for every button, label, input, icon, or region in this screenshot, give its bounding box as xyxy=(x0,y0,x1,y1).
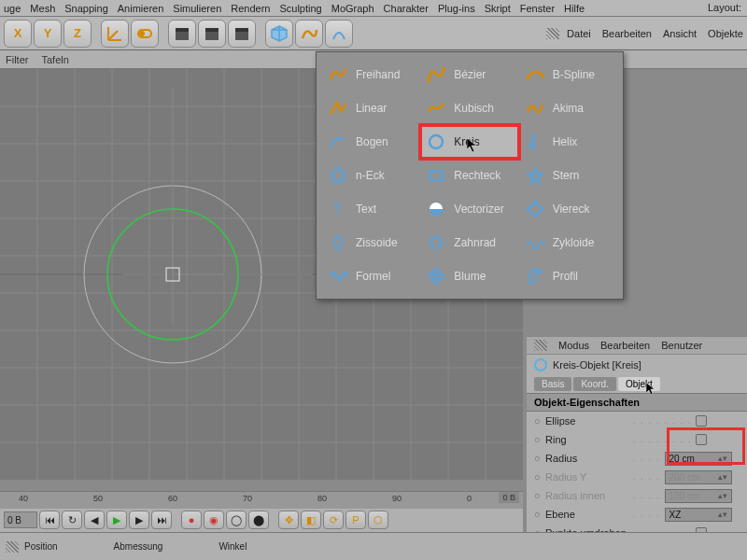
spline-item-cubic[interactable]: Kubisch xyxy=(420,91,518,125)
spline-item-akima[interactable]: Akima xyxy=(519,91,617,125)
spline-item-text[interactable]: TText xyxy=(322,192,420,226)
tab-basis[interactable]: Basis xyxy=(534,377,571,391)
panel-menu-item[interactable]: Objekte xyxy=(708,28,743,39)
menu-item[interactable]: Hilfe xyxy=(564,3,585,14)
svg-point-39 xyxy=(427,78,430,82)
key-button[interactable]: ◉ xyxy=(204,511,224,529)
timeline-ruler[interactable]: 40 50 60 70 80 90 0 0 B xyxy=(0,492,523,509)
attr-menu-item[interactable]: Modus xyxy=(558,340,589,351)
axis-x-button[interactable]: X xyxy=(4,20,32,48)
spline-item-polygon[interactable]: n-Eck xyxy=(322,159,420,192)
grip-icon[interactable] xyxy=(534,340,547,351)
spline-item-linear[interactable]: Linear xyxy=(322,91,420,125)
loop-button[interactable]: ↻ xyxy=(62,511,82,529)
autokey-button[interactable]: ◯ xyxy=(226,511,247,529)
attr-header: Modus Bearbeiten Benutzer xyxy=(527,336,747,355)
spline-item-circle[interactable]: Kreis xyxy=(420,125,518,159)
value-field[interactable]: 20 cm▴▾ xyxy=(665,452,732,466)
spline-item-quad[interactable]: Viereck xyxy=(519,192,617,226)
next-frame-button[interactable]: ▶ xyxy=(129,511,149,529)
toggle-button[interactable] xyxy=(131,20,159,48)
tab-objekt[interactable]: Objekt xyxy=(618,377,660,391)
goto-start-button[interactable]: ⏮ xyxy=(39,511,60,529)
spline-item-label: n-Eck xyxy=(356,169,385,182)
value-field[interactable]: 200 cm▴▾ xyxy=(665,470,732,484)
menu-item[interactable]: Skript xyxy=(485,3,511,14)
clapper2-icon[interactable] xyxy=(198,20,226,48)
coord-button[interactable] xyxy=(101,20,129,48)
grip-icon xyxy=(546,28,559,39)
cissoid-icon xyxy=(328,232,348,253)
spline-item-gear[interactable]: Zahnrad xyxy=(420,226,518,259)
menu-item[interactable]: Sculpting xyxy=(279,3,321,14)
record-button[interactable]: ● xyxy=(181,511,202,529)
cube-primitive-button[interactable] xyxy=(265,20,293,48)
spline-item-bezier[interactable]: Bézier xyxy=(420,58,518,91)
attr-tabs: Basis Koord. Objekt xyxy=(527,375,747,393)
subbar-item[interactable]: Filter xyxy=(6,54,28,65)
menu-item[interactable]: Charakter xyxy=(384,3,429,14)
menu-item[interactable]: Animieren xyxy=(118,3,164,14)
checkbox[interactable] xyxy=(696,434,707,445)
key-opts-button[interactable]: ⬤ xyxy=(248,511,269,529)
prev-frame-button[interactable]: ◀ xyxy=(84,511,105,529)
menu-item[interactable]: Simulieren xyxy=(173,3,221,14)
panel-menu-item[interactable]: Datei xyxy=(567,28,591,39)
checkbox[interactable] xyxy=(696,415,707,427)
spline-button[interactable] xyxy=(295,20,323,48)
spline-item-cissoid[interactable]: Zissoide xyxy=(322,226,420,259)
circle-icon xyxy=(534,358,547,371)
value-field[interactable]: XZ▴▾ xyxy=(665,508,732,522)
clapper1-icon[interactable] xyxy=(168,20,196,48)
panel-menu-item[interactable]: Ansicht xyxy=(663,28,697,39)
attr-menu-item[interactable]: Benutzer xyxy=(661,340,702,351)
panel-menu-item[interactable]: Bearbeiten xyxy=(602,28,652,39)
spline-item-vectorizer[interactable]: Vectorizer xyxy=(420,192,518,226)
menu-item[interactable]: Plug-ins xyxy=(438,3,475,14)
spline-item-flower[interactable]: Blume xyxy=(420,259,518,293)
spline-item-formula[interactable]: Formel xyxy=(322,259,420,293)
attributes-panel: Modus Bearbeiten Benutzer Kreis-Objekt [… xyxy=(527,336,747,542)
value-field[interactable]: 100 cm▴▾ xyxy=(665,489,732,503)
main-menubar[interactable]: uge Mesh Snapping Animieren Simulieren R… xyxy=(0,0,747,17)
spline-item-freehand[interactable]: Freihand xyxy=(322,58,420,91)
axis-z-button[interactable]: Z xyxy=(63,20,92,48)
rot-icon[interactable]: ⟳ xyxy=(323,511,344,529)
play-button[interactable]: ▶ xyxy=(106,511,127,529)
menu-item[interactable]: Rendern xyxy=(231,3,270,14)
cube-icon[interactable]: ◧ xyxy=(301,511,321,529)
menu-item[interactable]: Fenster xyxy=(520,3,555,14)
menu-item[interactable]: uge xyxy=(4,3,21,14)
prop-ring: ○Ring. . . . . . . . xyxy=(527,430,747,449)
nurbs-button[interactable] xyxy=(325,20,353,48)
frame-field[interactable]: 0 B xyxy=(4,511,37,528)
subbar-item[interactable]: Tafeln xyxy=(41,54,68,65)
param-icon[interactable]: P xyxy=(345,511,366,529)
spline-item-bspline[interactable]: B-Spline xyxy=(519,58,617,91)
clapper3-icon[interactable] xyxy=(228,20,256,48)
spline-item-arc[interactable]: Bogen xyxy=(322,125,420,159)
spline-item-cycloid[interactable]: Zykloide xyxy=(519,226,617,259)
grip-icon[interactable] xyxy=(6,541,19,553)
spline-item-star[interactable]: Stern xyxy=(519,159,617,192)
prop-label: Radius xyxy=(545,453,629,464)
svg-point-1 xyxy=(139,31,145,36)
akima-icon xyxy=(525,98,545,119)
rect-icon xyxy=(426,165,446,186)
pla-icon[interactable]: ⬡ xyxy=(368,511,388,529)
spline-item-helix[interactable]: Helix xyxy=(519,125,617,159)
menu-item[interactable]: Mesh xyxy=(30,3,55,14)
spline-item-profile[interactable]: Profil xyxy=(519,259,617,293)
tab-koord[interactable]: Koord. xyxy=(573,377,615,391)
menu-item[interactable]: MoGraph xyxy=(331,3,374,14)
move-icon[interactable]: ✥ xyxy=(278,511,299,529)
arc-icon xyxy=(328,132,348,152)
spline-item-label: Zissoide xyxy=(356,236,398,249)
menu-item[interactable]: Snapping xyxy=(64,3,108,14)
attr-menu-item[interactable]: Bearbeiten xyxy=(600,340,650,351)
spline-item-rect[interactable]: Rechteck xyxy=(420,159,518,192)
axis-y-button[interactable]: Y xyxy=(34,20,62,48)
goto-end-button[interactable]: ⏭ xyxy=(151,511,172,529)
vectorizer-icon xyxy=(426,199,446,219)
spline-item-label: B-Spline xyxy=(553,68,595,81)
